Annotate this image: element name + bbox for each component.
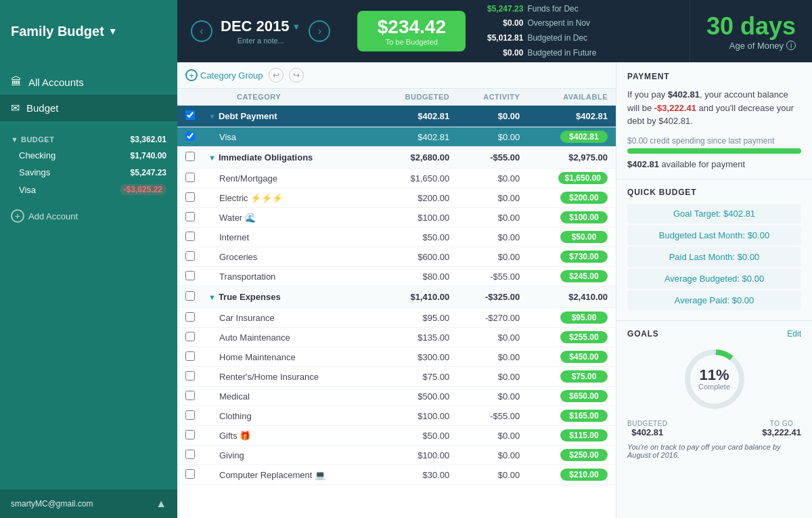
item-activity-cell: -$270.00 [457, 308, 528, 328]
item-checkbox[interactable] [185, 271, 195, 280]
table-row[interactable]: Groceries $600.00 $0.00 $730.00 [177, 247, 616, 267]
item-activity-cell: $0.00 [457, 169, 528, 188]
item-checkbox[interactable] [185, 351, 195, 361]
item-check-cell[interactable] [177, 426, 203, 446]
item-checkbox[interactable] [185, 371, 195, 381]
item-check-cell[interactable] [177, 308, 203, 328]
budget-nav-item[interactable]: ✉ Budget [0, 95, 177, 121]
table-row[interactable]: Home Maintenance $300.00 $0.00 $450.00 [177, 347, 616, 367]
dropdown-icon[interactable]: ▼ [108, 26, 118, 37]
item-check-cell[interactable] [177, 446, 203, 465]
add-category-button[interactable]: + Category Group [185, 69, 263, 81]
table-row[interactable]: Water 🌊 $100.00 $0.00 $100.00 [177, 208, 616, 228]
qb-budgeted-last[interactable]: Budgeted Last Month: $0.00 [627, 225, 801, 245]
item-available-cell: $75.00 [528, 367, 616, 387]
group-row[interactable]: ▼True Expenses $1,410.00 -$325.00 $2,410… [177, 286, 616, 308]
item-budgeted-cell: $100.00 [377, 446, 457, 465]
top-header: Family Budget ▼ ‹ DEC 2015 ▼ Enter a not… [0, 0, 812, 62]
item-check-cell[interactable] [177, 328, 203, 347]
item-checkbox[interactable] [185, 232, 195, 241]
item-checkbox[interactable] [185, 173, 195, 182]
edit-button[interactable]: Edit [787, 329, 801, 339]
item-check-cell[interactable] [177, 406, 203, 426]
category-toolbar: + Category Group ↩ ↪ [177, 62, 616, 89]
qb-paid-last[interactable]: Paid Last Month: $0.00 [627, 247, 801, 267]
item-checkbox[interactable] [185, 212, 195, 221]
table-row[interactable]: Clothing $100.00 -$55.00 $165.00 [177, 406, 616, 426]
group-checkbox[interactable] [185, 110, 195, 120]
table-row[interactable]: Transportation $80.00 -$55.00 $245.00 [177, 267, 616, 286]
item-checkbox[interactable] [185, 450, 195, 459]
collapse-icon[interactable]: ▼ [208, 154, 216, 162]
table-row[interactable]: Giving $100.00 $0.00 $250.00 [177, 446, 616, 465]
budgeted-col: BUDGETED $402.81 [627, 420, 668, 437]
all-accounts-item[interactable]: 🏛 All Accounts [0, 69, 177, 95]
table-row[interactable]: Renter's/Home Insurance $75.00 $0.00 $75… [177, 367, 616, 387]
item-checkbox[interactable] [185, 430, 195, 439]
item-check-cell[interactable] [177, 208, 203, 228]
prev-month-button[interactable]: ‹ [191, 20, 212, 42]
table-row[interactable]: Auto Maintenance $135.00 $0.00 $255.00 [177, 328, 616, 347]
table-row[interactable]: Gifts 🎁 $50.00 $0.00 $115.00 [177, 426, 616, 446]
table-row[interactable]: Medical $500.00 $0.00 $650.00 [177, 387, 616, 406]
month-dropdown-icon[interactable]: ▼ [292, 22, 301, 32]
item-checkbox[interactable] [185, 131, 195, 141]
collapse-icon[interactable]: ▼ [208, 112, 216, 121]
group-checkbox[interactable] [185, 152, 195, 161]
item-check-cell[interactable] [177, 387, 203, 406]
item-check-cell[interactable] [177, 267, 203, 286]
item-checkbox[interactable] [185, 251, 195, 261]
sidebar-nav: 🏛 All Accounts ✉ Budget [0, 62, 177, 128]
add-account-button[interactable]: + Add Account [0, 202, 177, 230]
item-check-cell[interactable] [177, 127, 203, 147]
table-row[interactable]: Computer Replacement 💻 $30.00 $0.00 $210… [177, 465, 616, 485]
info-icon[interactable]: i [786, 41, 796, 50]
item-checkbox[interactable] [185, 391, 195, 400]
item-checkbox[interactable] [185, 469, 195, 479]
undo-button[interactable]: ↩ [269, 68, 284, 83]
group-row[interactable]: ▼Immediate Obligations $2,680.00 -$55.00… [177, 147, 616, 169]
qb-avg-paid[interactable]: Average Paid: $0.00 [627, 290, 801, 310]
item-check-cell[interactable] [177, 169, 203, 188]
item-check-cell[interactable] [177, 465, 203, 485]
group-row[interactable]: ▼Debt Payment $402.81 $0.00 $402.81 [177, 106, 616, 127]
item-checkbox[interactable] [185, 410, 195, 420]
redo-button[interactable]: ↪ [289, 68, 304, 83]
table-row[interactable]: Rent/Mortgage $1,650.00 $0.00 $1,650.00 [177, 169, 616, 188]
available-badge: $50.00 [560, 231, 608, 243]
quick-budget-title: QUICK BUDGET [627, 188, 801, 197]
savings-account[interactable]: Savings $5,247.23 [0, 164, 177, 181]
next-month-button[interactable]: › [309, 20, 330, 42]
item-check-cell[interactable] [177, 188, 203, 208]
enter-note[interactable]: Enter a note... [221, 37, 300, 45]
group-name-cell: ▼True Expenses [203, 286, 377, 308]
table-row[interactable]: Car Insurance $95.00 -$270.00 $95.00 [177, 308, 616, 328]
month-year: DEC 2015 [221, 18, 290, 35]
item-checkbox[interactable] [185, 192, 195, 202]
checking-account[interactable]: Checking $1,740.00 [0, 147, 177, 164]
item-activity-cell: $0.00 [457, 367, 528, 387]
table-row[interactable]: Visa $402.81 $0.00 $402.81 [177, 127, 616, 147]
group-check-cell[interactable] [177, 106, 203, 127]
table-row[interactable]: Electric ⚡⚡⚡ $200.00 $0.00 $200.00 [177, 188, 616, 208]
budgeted-foot-label: BUDGETED [627, 420, 668, 427]
group-checkbox[interactable] [185, 291, 195, 301]
funds-label-1: Funds for Dec [527, 2, 578, 17]
qb-goal-target[interactable]: Goal Target: $402.81 [627, 204, 801, 223]
group-check-cell[interactable] [177, 286, 203, 308]
item-activity-cell: $0.00 [457, 347, 528, 367]
item-check-cell[interactable] [177, 247, 203, 267]
collapse-icon[interactable]: ▼ [208, 293, 216, 301]
item-check-cell[interactable] [177, 347, 203, 367]
visa-account[interactable]: Visa -$3,625.22 [0, 181, 177, 198]
table-row[interactable]: Internet $50.00 $0.00 $50.00 [177, 228, 616, 247]
item-check-cell[interactable] [177, 228, 203, 247]
sync-icon[interactable]: ▲ [156, 498, 166, 510]
item-checkbox[interactable] [185, 312, 195, 322]
available-badge: $650.00 [560, 390, 608, 402]
item-available-cell: $450.00 [528, 347, 616, 367]
qb-avg-budgeted[interactable]: Average Budgeted: $0.00 [627, 269, 801, 288]
item-checkbox[interactable] [185, 332, 195, 341]
item-check-cell[interactable] [177, 367, 203, 387]
group-check-cell[interactable] [177, 147, 203, 169]
